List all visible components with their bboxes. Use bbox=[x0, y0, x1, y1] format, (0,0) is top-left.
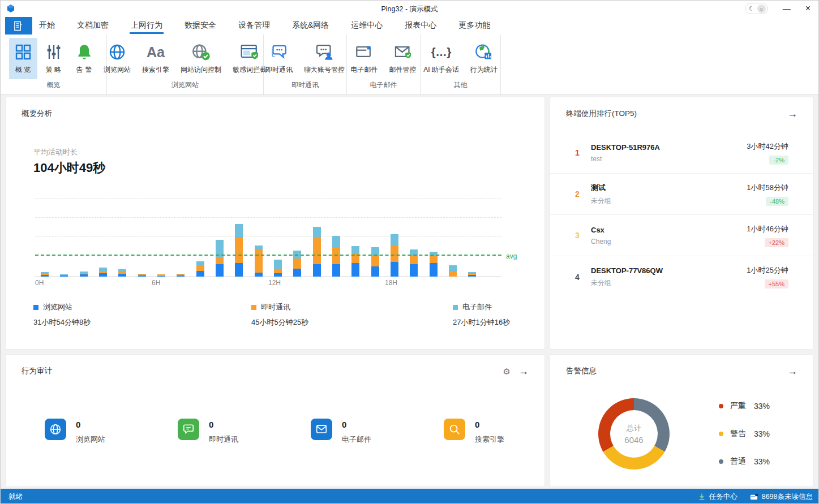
terminal-group: 未分组 bbox=[591, 278, 747, 288]
bar-segment bbox=[293, 259, 301, 269]
top5-row: 3CsxCheng1小时46分钟+22% bbox=[550, 215, 813, 256]
audit-arrow-icon[interactable]: → bbox=[518, 366, 529, 376]
app-logo-icon bbox=[6, 4, 15, 13]
toolbar-button-AI助手会话[interactable]: {…}AI 助手会话 bbox=[419, 38, 464, 79]
tab-报表中心[interactable]: 报表中心 bbox=[404, 16, 438, 35]
tab-设备管理[interactable]: 设备管理 bbox=[237, 16, 271, 35]
bar-segment bbox=[196, 266, 204, 271]
unread-messages-button[interactable]: 8698条未读信息 bbox=[750, 492, 813, 502]
toolbar-button-邮件管控[interactable]: 邮件管控 bbox=[385, 38, 421, 79]
search-icon bbox=[444, 419, 465, 440]
bar-segment bbox=[410, 264, 418, 277]
top5-title: 终端使用排行(TOP5) bbox=[566, 109, 637, 119]
moon-icon[interactable]: ☾ bbox=[747, 5, 756, 12]
app-menu-button[interactable] bbox=[5, 17, 32, 35]
overview-title: 概要分析 bbox=[22, 109, 52, 119]
alerts-arrow-icon[interactable]: → bbox=[787, 366, 797, 376]
stacked-bar bbox=[177, 274, 185, 277]
stacked-bar bbox=[235, 224, 243, 277]
bar-segment bbox=[274, 260, 282, 269]
legend-dot bbox=[719, 432, 723, 436]
chat-icon bbox=[269, 42, 289, 62]
bar-slot bbox=[132, 197, 152, 277]
bar-segment bbox=[235, 238, 243, 263]
ribbon-toolbar: 概 览策 略告 警概览浏览网站Aa搜索引擎网站访问控制敏感词拦截浏览网站即时通讯… bbox=[1, 35, 818, 95]
message-icon bbox=[750, 493, 758, 501]
toolbar-button-聊天账号管控[interactable]: 聊天账号管控 bbox=[299, 38, 349, 79]
bar-segment bbox=[274, 273, 282, 277]
tab-文档加密[interactable]: 文档加密 bbox=[76, 16, 110, 35]
toolbar-button-label: 行为统计 bbox=[470, 65, 498, 75]
toolbar-button-label: 网站访问控制 bbox=[181, 65, 221, 75]
globe-icon bbox=[45, 419, 66, 440]
close-button[interactable]: × bbox=[805, 4, 811, 13]
top5-arrow-icon[interactable]: → bbox=[787, 109, 797, 119]
rank-number: 3 bbox=[575, 231, 591, 240]
bar-segment bbox=[80, 274, 88, 277]
toolbar-button-即时通讯[interactable]: 即时通讯 bbox=[261, 38, 297, 79]
tab-上网行为[interactable]: 上网行为 bbox=[130, 16, 164, 35]
legend-name: 浏览网站 bbox=[43, 302, 72, 312]
alerts-donut-chart: 总计 6046 bbox=[598, 398, 670, 469]
tab-运维中心[interactable]: 运维中心 bbox=[350, 16, 384, 35]
toolbar-button-行为统计[interactable]: 行为统计 bbox=[466, 38, 502, 79]
tab-数据安全[interactable]: 数据安全 bbox=[183, 16, 217, 35]
theme-toggle[interactable]: ☾ ☼ bbox=[745, 3, 768, 14]
bar-segment bbox=[351, 246, 359, 254]
stacked-bar bbox=[371, 247, 379, 277]
tab-更多功能[interactable]: 更多功能 bbox=[457, 16, 491, 35]
terminal-name: 测试 bbox=[591, 183, 747, 193]
bar-slot bbox=[385, 197, 404, 277]
bar-segment bbox=[235, 263, 243, 277]
font-aa-icon: Aa bbox=[147, 42, 165, 62]
bar-segment bbox=[391, 262, 398, 277]
stacked-bar bbox=[313, 227, 321, 277]
tab-系统&网络[interactable]: 系统&网络 bbox=[291, 16, 330, 35]
stacked-bar bbox=[118, 269, 126, 277]
bar-segment bbox=[138, 275, 146, 277]
alert-level-pct: 33% bbox=[754, 402, 770, 411]
minimize-button[interactable]: — bbox=[783, 5, 791, 12]
audit-stat-电子邮件: 0电子邮件 bbox=[311, 419, 444, 445]
toolbar-button-概览[interactable]: 概 览 bbox=[9, 38, 37, 79]
toolbar-button-策略[interactable]: 策 略 bbox=[40, 38, 68, 79]
x-tick-label: 6H bbox=[152, 279, 160, 287]
tab-开始[interactable]: 开始 bbox=[38, 16, 56, 35]
donut-total-value: 6046 bbox=[624, 435, 643, 445]
top5-row: 1DESKTOP-51R976Atest3小时42分钟-2% bbox=[550, 132, 813, 174]
toolbar-button-电子邮件[interactable]: 电子邮件 bbox=[346, 38, 383, 79]
chart-legend-item: 即时通讯45小时5分钟25秒 bbox=[251, 302, 308, 328]
toolbar-group-label: 其他 bbox=[454, 80, 468, 92]
globe-stats-icon bbox=[474, 42, 494, 62]
stacked-bar bbox=[468, 272, 476, 277]
bar-segment bbox=[60, 275, 68, 277]
bar-segment bbox=[255, 250, 263, 273]
overview-panel: 概要分析 平均活动时长 104小时49秒 avg 0H6H12H18H 浏览网站… bbox=[5, 97, 545, 350]
toolbar-button-网站访问控制[interactable]: 网站访问控制 bbox=[176, 38, 226, 79]
sliders-icon bbox=[44, 42, 63, 62]
toolbar-button-浏览网站[interactable]: 浏览网站 bbox=[99, 38, 135, 79]
bar-segment bbox=[410, 256, 418, 264]
terminal-group: test bbox=[591, 155, 747, 163]
bar-slot bbox=[327, 197, 346, 277]
audit-stat-即时通讯: 0即时通讯 bbox=[178, 419, 311, 445]
alerts-panel: 告警信息 → 总计 6046 严重33%警告33%普通33% bbox=[550, 354, 814, 487]
top5-row: 2测试未分组1小时58分钟-48% bbox=[550, 174, 813, 215]
sun-icon[interactable]: ☼ bbox=[757, 5, 766, 13]
bar-slot bbox=[229, 197, 248, 277]
bar-slot bbox=[35, 197, 54, 277]
legend-value: 31小时54分钟8秒 bbox=[33, 317, 91, 328]
toolbar-button-label: 概 览 bbox=[15, 65, 31, 75]
delta-badge: -2% bbox=[769, 156, 788, 165]
bar-slot bbox=[152, 197, 171, 277]
bar-segment bbox=[313, 264, 321, 277]
toolbar-button-搜索引擎[interactable]: Aa搜索引擎 bbox=[138, 38, 174, 79]
toolbar-button-告警[interactable]: 告 警 bbox=[70, 38, 98, 79]
bar-slot bbox=[307, 197, 327, 277]
x-tick-label: 18H bbox=[385, 279, 397, 287]
bar-slot bbox=[191, 197, 210, 277]
task-center-button[interactable]: 任务中心 bbox=[698, 492, 737, 502]
audit-label: 搜索引擎 bbox=[475, 434, 504, 445]
bell-icon bbox=[75, 42, 94, 62]
gear-icon[interactable]: ⚙ bbox=[503, 367, 511, 376]
